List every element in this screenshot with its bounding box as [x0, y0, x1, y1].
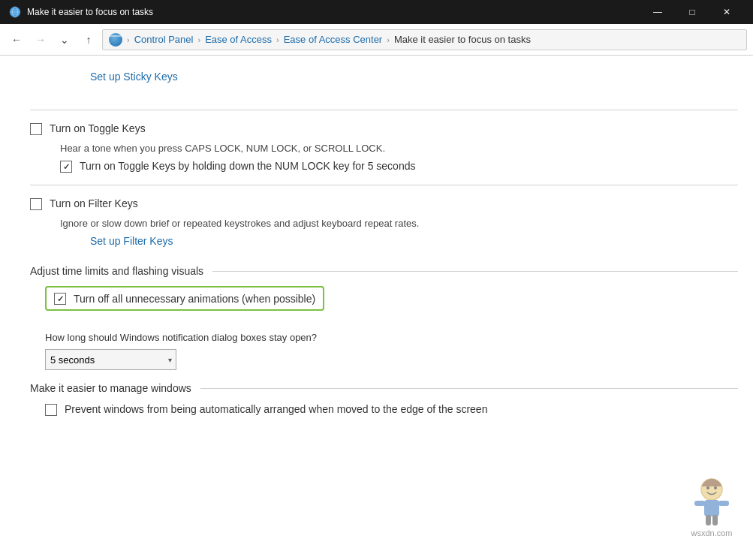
svg-rect-9 — [694, 501, 705, 506]
divider-2 — [30, 185, 738, 185]
svg-rect-8 — [704, 500, 719, 516]
forward-button[interactable]: → — [30, 29, 51, 50]
toggle-keys-row: Turn on Toggle Keys — [30, 122, 753, 135]
filter-keys-description: Ignore or slow down brief or repeated ke… — [60, 218, 753, 229]
prevent-arrange-checkbox[interactable] — [45, 404, 57, 416]
minimize-button[interactable]: — — [640, 0, 675, 24]
address-path: › Control Panel › Ease of Access › Ease … — [102, 29, 747, 50]
watermark: wsxdn.com — [685, 476, 738, 537]
watermark-character-icon — [685, 476, 738, 528]
window-icon — [9, 6, 21, 18]
filter-keys-setup-link[interactable]: Set up Filter Keys — [90, 235, 173, 247]
maximize-button[interactable]: □ — [675, 0, 709, 24]
sticky-keys-link[interactable]: Set up Sticky Keys — [90, 71, 178, 83]
prevent-arrange-label: Prevent windows from being automatically… — [65, 403, 487, 415]
filter-keys-row: Turn on Filter Keys — [30, 197, 753, 210]
svg-point-6 — [706, 486, 709, 489]
breadcrumb-control-panel[interactable]: Control Panel — [134, 34, 194, 45]
toggle-keys-checkbox[interactable] — [30, 123, 42, 135]
toggle-keys-label: Turn on Toggle Keys — [50, 122, 146, 134]
dropdown-history-button[interactable]: ⌄ — [54, 29, 75, 50]
adjust-section: Adjust time limits and flashing visuals … — [30, 265, 753, 370]
breadcrumb-ease-of-access-center[interactable]: Ease of Access Center — [284, 34, 383, 45]
breadcrumb-ease-of-access[interactable]: Ease of Access — [205, 34, 272, 45]
notification-question: How long should Windows notification dia… — [45, 332, 753, 343]
breadcrumb-current: Make it easier to focus on tasks — [394, 34, 531, 45]
close-button[interactable]: ✕ — [709, 0, 744, 24]
svg-rect-11 — [706, 515, 711, 525]
address-bar: ← → ⌄ ↑ › Control Panel › Ease of Access… — [0, 24, 753, 56]
toggle-keys-sub-checkbox[interactable] — [60, 161, 72, 173]
notification-duration-select[interactable]: 5 seconds 7 seconds 15 seconds 30 second… — [45, 349, 176, 370]
filter-keys-section: Turn on Filter Keys Ignore or slow down … — [30, 197, 753, 259]
back-button[interactable]: ← — [6, 29, 27, 50]
main-content: Set up Sticky Keys Turn on Toggle Keys H… — [0, 56, 753, 560]
window-title: Make it easier to focus on tasks — [27, 7, 153, 17]
globe-icon — [109, 33, 122, 47]
filter-keys-label: Turn on Filter Keys — [50, 197, 138, 209]
toggle-keys-section: Turn on Toggle Keys Hear a tone when you… — [30, 122, 753, 173]
manage-windows-section: Make it easier to manage windows Prevent… — [30, 382, 753, 416]
divider-1 — [30, 110, 738, 110]
manage-windows-heading: Make it easier to manage windows — [30, 382, 753, 394]
toggle-keys-sub-row: Turn on Toggle Keys by holding down the … — [60, 160, 753, 173]
up-button[interactable]: ↑ — [78, 29, 99, 50]
watermark-text: wsxdn.com — [691, 528, 732, 537]
notification-dropdown-row: How long should Windows notification dia… — [45, 332, 753, 370]
notification-dropdown-wrapper: 5 seconds 7 seconds 15 seconds 30 second… — [45, 349, 176, 370]
adjust-section-heading: Adjust time limits and flashing visuals — [30, 265, 753, 277]
toggle-keys-sub-label: Turn on Toggle Keys by holding down the … — [80, 160, 415, 172]
svg-rect-10 — [718, 501, 729, 506]
animations-checkbox[interactable] — [54, 293, 66, 305]
toggle-keys-description: Hear a tone when you press CAPS LOCK, NU… — [60, 143, 753, 154]
animations-label: Turn off all unnecessary animations (whe… — [74, 293, 315, 305]
animations-highlighted-area: Turn off all unnecessary animations (whe… — [45, 286, 324, 311]
filter-keys-checkbox[interactable] — [30, 198, 42, 210]
svg-point-7 — [714, 486, 717, 489]
title-bar: Make it easier to focus on tasks — □ ✕ — [0, 0, 753, 24]
prevent-arrange-row: Prevent windows from being automatically… — [45, 403, 753, 416]
window-controls: — □ ✕ — [640, 0, 744, 24]
svg-rect-12 — [712, 515, 718, 525]
